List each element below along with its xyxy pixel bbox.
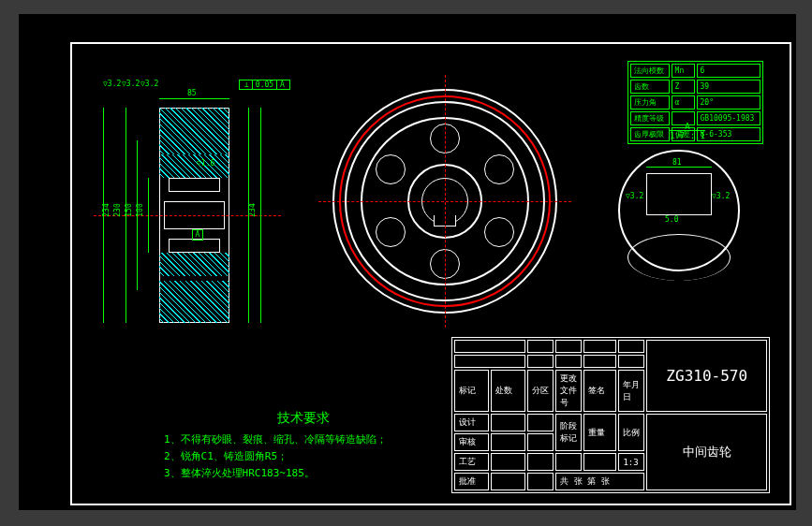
surface-finish: ▽3.2 xyxy=(626,192,643,200)
gear-param-table: 法向模数Mn6 齿数Z39 压力角α20° 精度等级GB10095-1983 齿… xyxy=(627,61,763,144)
dim-key-depth: 5.0 xyxy=(665,215,678,224)
dim-line xyxy=(148,178,149,253)
dim-dia: 234 xyxy=(248,203,257,216)
dim-width: 85 xyxy=(187,89,197,97)
lightening-hole xyxy=(484,154,514,184)
web-opening xyxy=(169,178,220,192)
bore-arc xyxy=(627,234,731,281)
title-block: ZG310-570 标记处数 分区更改文件号 签名年月日 设计 阶段标记重量比例… xyxy=(451,337,770,493)
surface-finish: ▽1.6 xyxy=(197,159,214,168)
gdt-frame: ⟂ 0.05 A xyxy=(239,80,290,90)
material-code: ZG310-570 xyxy=(646,340,767,412)
dim-line xyxy=(159,98,229,99)
dim-line xyxy=(260,108,261,323)
tech-req-item: 2、锐角C1、铸造圆角R5； xyxy=(164,448,387,465)
dim-line xyxy=(646,167,712,168)
lightening-hole xyxy=(376,217,406,247)
dim-key-width: 81 xyxy=(672,158,682,167)
dim-dia: 100 xyxy=(136,203,144,216)
part-name: 中间齿轮 xyxy=(646,414,767,490)
gdt-symbol: ⟂ xyxy=(242,80,253,89)
surface-finish: ▽3.2 xyxy=(122,80,140,88)
dim-dia: 150 xyxy=(125,203,133,216)
param-row: 齿厚极限偏差8-6-353 xyxy=(630,127,760,141)
detail-view: A 1.7 : 1 81 ▽3.2 ▽3.2 5.0 xyxy=(618,150,740,271)
hatch-region xyxy=(159,108,229,154)
lightening-hole xyxy=(376,154,406,184)
hatch-region xyxy=(159,253,229,276)
param-row: 法向模数Mn6 xyxy=(630,64,760,78)
param-row: 齿数Z39 xyxy=(630,80,760,94)
datum-label: A xyxy=(192,229,203,241)
param-row: 压力角α20° xyxy=(630,95,760,110)
gdt-ref: A xyxy=(277,80,288,89)
dim-dia: 234 xyxy=(102,203,111,216)
surface-finish: ▽3.2 xyxy=(712,192,730,200)
section-view: 234 230 150 100 234 85 ▽3.2 ▽3.2 ▽3.2 ▽1… xyxy=(103,84,281,337)
keyway-detail xyxy=(646,173,712,215)
hatch-region xyxy=(159,281,229,323)
tech-requirements: 技术要求 1、不得有砂眼、裂痕、缩孔、冷隔等铸造缺陷； 2、锐角C1、铸造圆角R… xyxy=(164,407,387,481)
gdt-tol: 0.05 xyxy=(253,80,277,89)
lightening-hole xyxy=(484,217,514,247)
centerline xyxy=(445,75,446,328)
hatch-region xyxy=(159,154,229,178)
drawing-canvas: 234 230 150 100 234 85 ▽3.2 ▽3.2 ▽3.2 ▽1… xyxy=(19,14,796,510)
front-view xyxy=(328,84,562,318)
tech-req-item: 1、不得有砂眼、裂痕、缩孔、冷隔等铸造缺陷； xyxy=(164,431,387,448)
surface-finish: ▽3.2 xyxy=(140,80,158,88)
tech-req-title: 技术要求 xyxy=(220,407,387,428)
web-opening xyxy=(169,239,220,253)
tech-req-item: 3、整体淬火处理HRC183~185。 xyxy=(164,465,387,482)
surface-finish: ▽3.2 xyxy=(103,80,121,88)
dim-dia: 230 xyxy=(113,203,122,216)
param-row: 精度等级GB10095-1983 xyxy=(630,111,760,125)
